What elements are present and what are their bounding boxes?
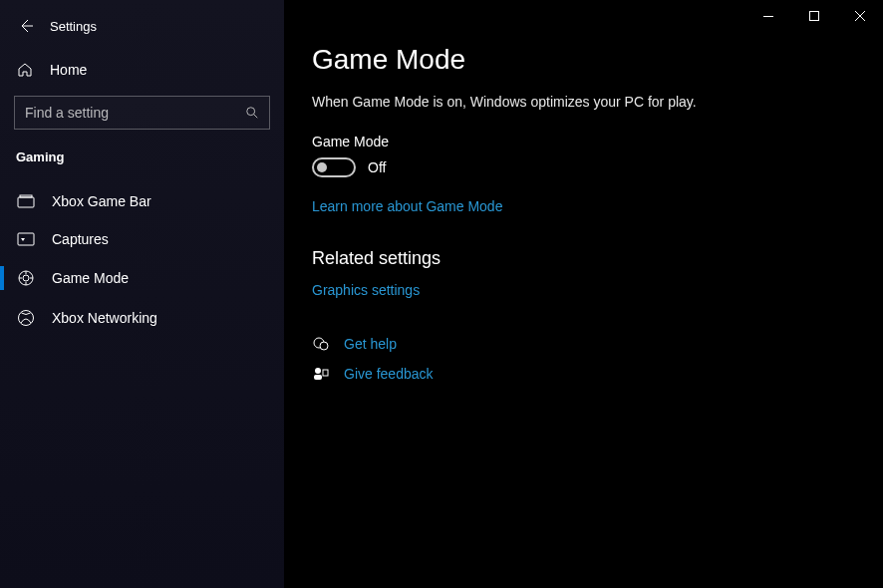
sidebar-item-label: Captures <box>52 231 109 247</box>
sidebar-item-label: Xbox Networking <box>52 310 157 326</box>
sidebar-item-xbox-game-bar[interactable]: Xbox Game Bar <box>0 182 284 220</box>
home-label: Home <box>50 62 87 78</box>
get-help-row: Get help <box>312 336 855 352</box>
svg-rect-0 <box>763 16 773 17</box>
sidebar-item-label: Xbox Game Bar <box>52 193 151 209</box>
help-icon <box>312 336 330 352</box>
svg-rect-4 <box>20 195 32 197</box>
svg-rect-5 <box>18 233 34 245</box>
home-icon <box>16 62 34 78</box>
sidebar-item-captures[interactable]: Captures <box>0 220 284 258</box>
svg-rect-12 <box>314 375 322 380</box>
window-controls <box>745 0 883 32</box>
related-settings-heading: Related settings <box>312 248 855 269</box>
get-help-link[interactable]: Get help <box>344 336 397 352</box>
sidebar-item-label: Game Mode <box>52 270 129 286</box>
close-button[interactable] <box>837 0 883 32</box>
sidebar-item-game-mode[interactable]: Game Mode <box>0 258 284 298</box>
page-description: When Game Mode is on, Windows optimizes … <box>312 94 855 110</box>
home-button[interactable]: Home <box>0 52 284 88</box>
svg-point-11 <box>315 368 321 374</box>
maximize-button[interactable] <box>791 0 837 32</box>
svg-point-2 <box>247 108 255 116</box>
svg-rect-1 <box>810 12 819 21</box>
svg-rect-3 <box>18 197 34 207</box>
main-content: Game Mode When Game Mode is on, Windows … <box>284 0 883 588</box>
svg-point-7 <box>23 275 29 281</box>
game-bar-icon <box>16 194 36 208</box>
toggle-row: Off <box>312 157 855 177</box>
page-title: Game Mode <box>312 44 855 76</box>
category-label: Gaming <box>0 136 284 174</box>
sidebar: Settings Home Gaming Xbox Game Bar Captu… <box>0 0 284 588</box>
toggle-knob <box>317 162 327 172</box>
window-title: Settings <box>50 19 97 34</box>
game-mode-toggle[interactable] <box>312 157 356 177</box>
give-feedback-link[interactable]: Give feedback <box>344 366 434 382</box>
learn-more-link[interactable]: Learn more about Game Mode <box>312 198 502 214</box>
search-box[interactable] <box>14 96 270 130</box>
graphics-settings-link[interactable]: Graphics settings <box>312 282 420 298</box>
feedback-row: Give feedback <box>312 366 855 382</box>
svg-rect-13 <box>323 370 328 376</box>
svg-point-8 <box>19 311 34 326</box>
minimize-button[interactable] <box>745 0 791 32</box>
game-mode-icon <box>16 269 36 287</box>
xbox-icon <box>16 309 36 327</box>
back-button[interactable] <box>16 16 36 36</box>
search-input[interactable] <box>25 105 245 121</box>
search-icon <box>245 106 259 120</box>
captures-icon <box>16 232 36 246</box>
feedback-icon <box>312 366 330 382</box>
nav-items: Xbox Game Bar Captures Game Mode Xbox Ne… <box>0 182 284 338</box>
sidebar-header: Settings <box>0 8 284 44</box>
sidebar-item-xbox-networking[interactable]: Xbox Networking <box>0 298 284 338</box>
svg-point-10 <box>320 342 328 350</box>
toggle-label: Game Mode <box>312 134 855 149</box>
toggle-state: Off <box>368 159 386 175</box>
